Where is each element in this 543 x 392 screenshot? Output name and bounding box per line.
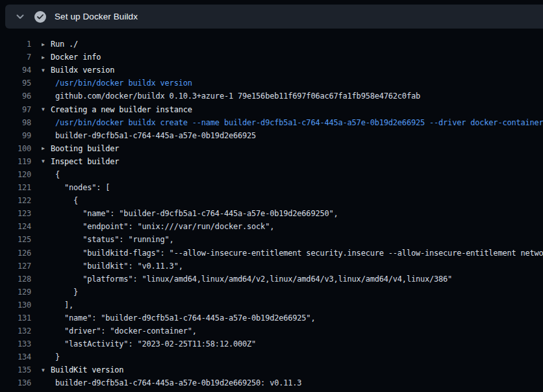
group-expanded-triangle-icon[interactable]: ▼ xyxy=(42,367,51,373)
group-collapsed-triangle-icon[interactable]: ▶ xyxy=(42,42,51,47)
line-number-link[interactable]: 136 xyxy=(0,378,31,387)
output-text: "endpoint": "unix:///var/run/docker.sock… xyxy=(42,222,274,231)
line-number-link[interactable]: 134 xyxy=(0,352,31,361)
chevron-down-icon xyxy=(16,14,24,19)
line-number-link[interactable]: 135 xyxy=(0,365,31,374)
log-line: 120{ xyxy=(0,168,543,181)
output-text: "driver": "docker-container", xyxy=(42,326,197,336)
output-text: } xyxy=(42,288,78,297)
line-number-link[interactable]: 126 xyxy=(0,249,31,258)
line-number-link[interactable]: 7 xyxy=(0,53,31,62)
group-expanded-triangle-icon[interactable]: ▼ xyxy=(42,106,51,112)
output-text: "lastActivity": "2023-02-25T11:58:12.000… xyxy=(42,339,256,349)
log-line: 96github.com/docker/buildx 0.10.3+azure-… xyxy=(0,90,543,103)
line-number-link[interactable]: 96 xyxy=(0,92,31,101)
log-text: "name": "builder-d9cfb5a1-c764-445a-a57e… xyxy=(42,313,543,323)
line-number-link[interactable]: 99 xyxy=(0,131,31,140)
log-text: github.com/docker/buildx 0.10.3+azure-1 … xyxy=(42,92,543,101)
group-collapsed-triangle-icon[interactable]: ▶ xyxy=(42,55,51,60)
log-text: "driver": "docker-container", xyxy=(42,326,543,336)
line-number-link[interactable]: 94 xyxy=(0,66,31,75)
step-header-toggle[interactable]: Set up Docker Buildx xyxy=(5,5,543,29)
log-text: "endpoint": "unix:///var/run/docker.sock… xyxy=(42,222,543,231)
line-number-link[interactable]: 130 xyxy=(0,300,31,310)
log-line: 135▼BuildKit version xyxy=(0,363,543,376)
output-text: "nodes": [ xyxy=(42,183,110,192)
group-title: Booting builder xyxy=(51,144,119,153)
line-number-link[interactable]: 124 xyxy=(0,222,31,231)
log-text: "status": "running", xyxy=(42,235,543,244)
line-number-link[interactable]: 121 xyxy=(0,183,31,192)
line-number-link[interactable]: 131 xyxy=(0,313,31,323)
group-title: BuildKit version xyxy=(51,365,123,374)
log-line: 126 "buildkitd-flags": "--allow-insecure… xyxy=(0,247,543,260)
log-line: 119▼Inspect builder xyxy=(0,155,543,168)
log-line: 127 "buildkit": "v0.11.3", xyxy=(0,260,543,273)
group-title: Creating a new builder instance xyxy=(51,105,192,114)
log-line: 134} xyxy=(0,350,543,363)
group-title: Docker info xyxy=(51,53,101,62)
group-expanded-triangle-icon[interactable]: ▼ xyxy=(42,67,51,73)
log-line: 99builder-d9cfb5a1-c764-445a-a57e-0b19d2… xyxy=(0,129,543,142)
log-line: 121 "nodes": [ xyxy=(0,181,543,194)
log-text: /usr/bin/docker buildx version xyxy=(42,79,543,88)
line-number-link[interactable]: 100 xyxy=(0,144,31,153)
log-group-header[interactable]: ▶Run ./ xyxy=(42,40,543,49)
output-text: ], xyxy=(42,300,73,310)
line-number-link[interactable]: 122 xyxy=(0,196,31,205)
log-text: "nodes": [ xyxy=(42,183,543,192)
log-line: 125 "status": "running", xyxy=(0,233,543,246)
log-text: builder-d9cfb5a1-c764-445a-a57e-0b19d2e6… xyxy=(42,378,543,387)
log-text: } xyxy=(42,288,543,297)
log-text: ], xyxy=(42,300,543,310)
output-text: "platforms": "linux/amd64,linux/amd64/v2… xyxy=(42,275,452,284)
log-text: builder-d9cfb5a1-c764-445a-a57e-0b19d2e6… xyxy=(42,131,543,140)
line-number-link[interactable]: 133 xyxy=(0,339,31,349)
log-line: 94▼Buildx version xyxy=(0,64,543,77)
log-line: 132 "driver": "docker-container", xyxy=(0,325,543,337)
log-line: 7▶Docker info xyxy=(0,51,543,64)
log-text: { xyxy=(42,170,543,179)
log-group-header[interactable]: ▼Creating a new builder instance xyxy=(42,105,543,114)
log-group-header[interactable]: ▼BuildKit version xyxy=(42,365,543,374)
line-number-link[interactable]: 1 xyxy=(0,40,31,49)
log-text: "buildkitd-flags": "--allow-insecure-ent… xyxy=(42,249,543,258)
log-text: } xyxy=(42,352,543,361)
group-collapsed-triangle-icon[interactable]: ▶ xyxy=(42,145,51,151)
output-text: "status": "running", xyxy=(42,235,174,244)
log-group-header[interactable]: ▶Docker info xyxy=(42,53,543,62)
log-group-header[interactable]: ▼Buildx version xyxy=(42,66,543,75)
output-text: "buildkit": "v0.11.3", xyxy=(42,262,183,271)
line-number-link[interactable]: 127 xyxy=(0,262,31,271)
line-number-link[interactable]: 125 xyxy=(0,235,31,244)
output-text: "name": "builder-d9cfb5a1-c764-445a-a57e… xyxy=(42,209,338,218)
log-text: "name": "builder-d9cfb5a1-c764-445a-a57e… xyxy=(42,209,543,218)
step-success-check-icon xyxy=(34,11,46,23)
group-expanded-triangle-icon[interactable]: ▼ xyxy=(42,158,51,164)
log-line: 136builder-d9cfb5a1-c764-445a-a57e-0b19d… xyxy=(0,376,543,389)
log-line: 123 "name": "builder-d9cfb5a1-c764-445a-… xyxy=(0,207,543,220)
line-number-link[interactable]: 98 xyxy=(0,118,31,127)
log-text: { xyxy=(42,196,543,205)
line-number-link[interactable]: 95 xyxy=(0,79,31,88)
log-text: "buildkit": "v0.11.3", xyxy=(42,262,543,271)
output-text: builder-d9cfb5a1-c764-445a-a57e-0b19d2e6… xyxy=(42,378,301,387)
log-group-header[interactable]: ▼Inspect builder xyxy=(42,157,543,166)
line-number-link[interactable]: 129 xyxy=(0,288,31,297)
line-number-link[interactable]: 120 xyxy=(0,170,31,179)
line-number-link[interactable]: 128 xyxy=(0,275,31,284)
line-number-link[interactable]: 97 xyxy=(0,105,31,114)
output-text: github.com/docker/buildx 0.10.3+azure-1 … xyxy=(42,92,420,101)
log-line: 98/usr/bin/docker buildx create --name b… xyxy=(0,116,543,129)
log-line: 122 { xyxy=(0,194,543,207)
line-number-link[interactable]: 119 xyxy=(0,157,31,166)
line-number-link[interactable]: 123 xyxy=(0,209,31,218)
log-line: 97▼Creating a new builder instance xyxy=(0,103,543,116)
group-title: Run ./ xyxy=(51,40,78,49)
output-text: { xyxy=(42,196,78,205)
log-line: 130 ], xyxy=(0,299,543,312)
log-line: 95/usr/bin/docker buildx version xyxy=(0,77,543,90)
line-number-link[interactable]: 132 xyxy=(0,326,31,336)
chevron-down-icon[interactable] xyxy=(14,11,26,23)
log-group-header[interactable]: ▶Booting builder xyxy=(42,144,543,153)
